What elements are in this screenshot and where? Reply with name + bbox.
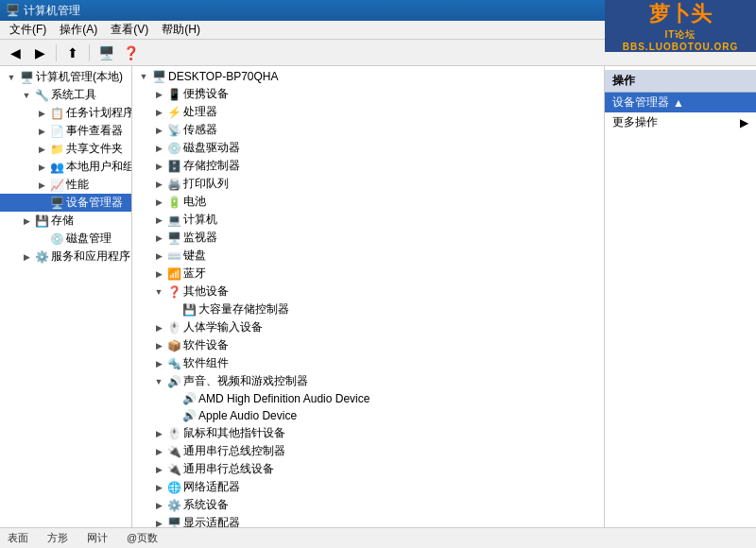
dev-monitor[interactable]: ▶ 🖥️ 监视器 [132, 229, 604, 247]
icon-perf: 📈 [49, 178, 64, 193]
dev-storagectrl[interactable]: ▶ 🗄️ 存储控制器 [132, 157, 604, 175]
logo-sub1: IT论坛 [665, 28, 696, 42]
dev-softcomp[interactable]: ▶ 🔩 软件组件 [132, 354, 604, 372]
logo-sub2: BBS.LUOBOTOU.ORG [623, 42, 738, 52]
menu-action[interactable]: 操作(A) [54, 20, 103, 40]
expand-combus: ▶ [151, 444, 166, 459]
icon-hid: 🖱️ [166, 320, 181, 335]
left-perf[interactable]: ▶ 📈 性能 [0, 176, 131, 194]
icon-services: ⚙️ [34, 249, 49, 265]
left-event[interactable]: ▶ 📄 事件查看器 [0, 122, 131, 140]
expand-event: ▶ [34, 124, 49, 139]
expand-storagectrl: ▶ [151, 159, 166, 174]
label-print: 打印队列 [183, 176, 602, 192]
label-massstorage: 大容量存储控制器 [198, 301, 602, 317]
dev-combus[interactable]: ▶ 🔌 通用串行总线控制器 [132, 442, 604, 460]
logo-area: 萝卜头 IT论坛 BBS.LUOBOTOU.ORG [605, 0, 756, 52]
right-panel-title: 操作 [605, 70, 756, 93]
dev-massstorage[interactable]: 💾 大容量存储控制器 [132, 300, 604, 318]
label-display: 显示适配器 [183, 515, 602, 527]
expand-portable: ▶ [151, 87, 166, 102]
left-systools[interactable]: ▼ 🔧 系统工具 [0, 86, 131, 104]
label-processor: 处理器 [183, 104, 602, 120]
expand-action: ▲ [673, 96, 684, 110]
dev-portable[interactable]: ▶ 📱 便携设备 [132, 85, 604, 103]
left-local[interactable]: ▶ 👥 本地用户和组 [0, 158, 131, 176]
toolbar-show[interactable]: 🖥️ [94, 43, 117, 63]
expand-diskmgr [34, 231, 49, 247]
icon-dev-root: 🖥️ [151, 69, 166, 84]
title-text: 计算机管理 [24, 3, 683, 19]
dev-root[interactable]: ▼ 🖥️ DESKTOP-BP70QHA [132, 68, 604, 85]
label-sysdev: 系统设备 [183, 497, 602, 513]
dev-display[interactable]: ▶ 🖥️ 显示适配器 [132, 514, 604, 527]
menu-view[interactable]: 查看(V) [105, 20, 154, 40]
expand-other: ▼ [151, 284, 166, 300]
dev-amd[interactable]: 🔊 AMD High Definition Audio Device [132, 390, 604, 407]
dev-combusdev[interactable]: ▶ 🔌 通用串行总线设备 [132, 460, 604, 478]
dev-processor[interactable]: ▶ ⚡ 处理器 [132, 103, 604, 121]
dev-computer[interactable]: ▶ 💻 计算机 [132, 211, 604, 229]
status-seg3: 网计 [87, 531, 108, 545]
label-devmgr: 设备管理器 [66, 195, 129, 211]
expand-software: ▶ [151, 338, 166, 353]
left-storage[interactable]: ▶ 💾 存储 [0, 212, 131, 230]
expand-local: ▶ [34, 160, 49, 175]
icon-sysdev: ⚙️ [166, 498, 181, 513]
expand-shared: ▶ [34, 142, 49, 157]
dev-sysdev[interactable]: ▶ ⚙️ 系统设备 [132, 496, 604, 514]
left-shared[interactable]: ▶ 📁 共享文件夹 [0, 140, 131, 158]
label-keyboard: 键盘 [183, 248, 602, 264]
expand-bluetooth: ▶ [151, 266, 166, 282]
status-seg1: 表面 [8, 531, 28, 545]
main-area: ▼ 🖥️ 计算机管理(本地) ▼ 🔧 系统工具 ▶ 📋 任务计划程序 ▶ 📄 事… [0, 66, 756, 527]
label-perf: 性能 [66, 177, 129, 193]
left-devmgr[interactable]: 🖥️ 设备管理器 [0, 194, 131, 212]
left-task[interactable]: ▶ 📋 任务计划程序 [0, 104, 131, 122]
icon-software: 📦 [166, 338, 181, 353]
action-devmgr[interactable]: 设备管理器 ▲ [605, 93, 756, 112]
dev-print[interactable]: ▶ 🖨️ 打印队列 [132, 175, 604, 193]
icon-other: ❓ [166, 284, 181, 300]
action-more[interactable]: 更多操作 ▶ [605, 112, 756, 132]
toolbar-back[interactable]: ◀ [4, 43, 26, 63]
menu-file[interactable]: 文件(F) [4, 20, 52, 40]
expand-display: ▶ [151, 516, 166, 528]
label-hid: 人体学输入设备 [183, 319, 602, 335]
toolbar-forward[interactable]: ▶ [28, 43, 51, 63]
left-root[interactable]: ▼ 🖥️ 计算机管理(本地) [0, 68, 131, 86]
icon-audio: 🔊 [166, 374, 181, 389]
dev-hid[interactable]: ▶ 🖱️ 人体学输入设备 [132, 318, 604, 336]
toolbar-up[interactable]: ⬆ [61, 43, 84, 63]
dev-diskdrive[interactable]: ▶ 💿 磁盘驱动器 [132, 139, 604, 157]
icon-storagectrl: 🗄️ [166, 159, 181, 174]
dev-sensor[interactable]: ▶ 📡 传感器 [132, 121, 604, 139]
icon-keyboard: ⌨️ [166, 248, 181, 264]
expand-massstorage [166, 302, 181, 317]
label-software: 软件设备 [183, 337, 602, 353]
label-combus: 通用串行总线控制器 [183, 443, 602, 459]
icon-monitor: 🖥️ [166, 231, 181, 246]
dev-other[interactable]: ▼ ❓ 其他设备 [132, 283, 604, 300]
dev-mouse[interactable]: ▶ 🖱️ 鼠标和其他指针设备 [132, 424, 604, 442]
status-seg4: @页数 [127, 531, 158, 545]
dev-software[interactable]: ▶ 📦 软件设备 [132, 336, 604, 354]
expand-print: ▶ [151, 177, 166, 192]
label-amd: AMD High Definition Audio Device [198, 392, 602, 405]
icon-processor: ⚡ [166, 105, 181, 120]
menu-help[interactable]: 帮助(H) [156, 20, 206, 40]
dev-bluetooth[interactable]: ▶ 📶 蓝牙 [132, 265, 604, 283]
dev-audio[interactable]: ▼ 🔊 声音、视频和游戏控制器 [132, 372, 604, 390]
label-diskdrive: 磁盘驱动器 [183, 140, 602, 156]
dev-apple-audio[interactable]: 🔊 Apple Audio Device [132, 407, 604, 424]
dev-keyboard[interactable]: ▶ ⌨️ 键盘 [132, 247, 604, 265]
icon-diskdrive: 💿 [166, 141, 181, 156]
dev-network[interactable]: ▶ 🌐 网络适配器 [132, 478, 604, 496]
dev-battery[interactable]: ▶ 🔋 电池 [132, 193, 604, 211]
toolbar-help[interactable]: ❓ [119, 43, 142, 63]
left-services[interactable]: ▶ ⚙️ 服务和应用程序 [0, 248, 131, 265]
expand-processor: ▶ [151, 105, 166, 120]
icon-bluetooth: 📶 [166, 266, 181, 282]
left-diskmgr[interactable]: 💿 磁盘管理 [0, 230, 131, 248]
label-bluetooth: 蓝牙 [183, 265, 602, 282]
